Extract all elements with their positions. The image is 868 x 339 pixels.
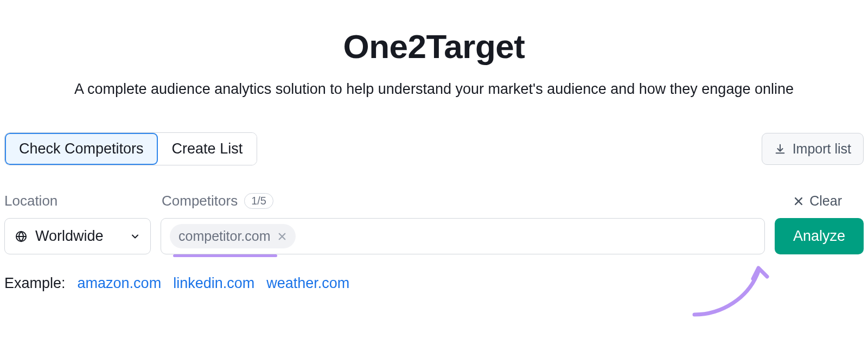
- import-list-label: Import list: [793, 141, 851, 157]
- import-list-button[interactable]: Import list: [762, 133, 864, 165]
- tab-create-list[interactable]: Create List: [158, 133, 257, 165]
- example-link-linkedin[interactable]: linkedin.com: [173, 275, 254, 292]
- example-link-weather[interactable]: weather.com: [266, 275, 349, 292]
- clear-label: Clear: [809, 193, 842, 209]
- competitor-chip-text: competitor.com: [178, 228, 271, 244]
- chip-remove-icon[interactable]: [277, 232, 287, 241]
- inputs-row: Worldwide competitor.com Analyze: [0, 218, 868, 254]
- page-title: One2Target: [0, 27, 868, 66]
- tab-check-competitors[interactable]: Check Competitors: [5, 133, 158, 165]
- chevron-down-icon: [130, 231, 141, 242]
- competitors-input[interactable]: competitor.com: [161, 218, 765, 254]
- download-icon: [774, 143, 786, 155]
- example-link-amazon[interactable]: amazon.com: [78, 275, 162, 292]
- annotation-underline: [173, 254, 277, 257]
- competitors-label: Competitors: [162, 193, 238, 209]
- analyze-button[interactable]: Analyze: [775, 218, 864, 254]
- segment-control: Check Competitors Create List: [4, 132, 257, 165]
- competitors-count-pill: 1/5: [244, 193, 273, 209]
- competitor-chip: competitor.com: [170, 224, 296, 248]
- examples-label: Example:: [4, 275, 66, 292]
- page-subtitle: A complete audience analytics solution t…: [0, 81, 868, 98]
- location-label: Location: [4, 193, 162, 209]
- location-value: Worldwide: [35, 228, 122, 245]
- globe-icon: [15, 230, 28, 243]
- examples-row: Example: amazon.com linkedin.com weather…: [0, 275, 868, 292]
- clear-button[interactable]: Clear: [793, 193, 842, 209]
- toolbar: Check Competitors Create List Import lis…: [0, 132, 868, 165]
- location-select[interactable]: Worldwide: [4, 218, 151, 254]
- field-labels-row: Location Competitors 1/5 Clear: [0, 193, 868, 209]
- close-icon: [793, 196, 804, 207]
- competitors-label-wrap: Competitors 1/5: [162, 193, 793, 209]
